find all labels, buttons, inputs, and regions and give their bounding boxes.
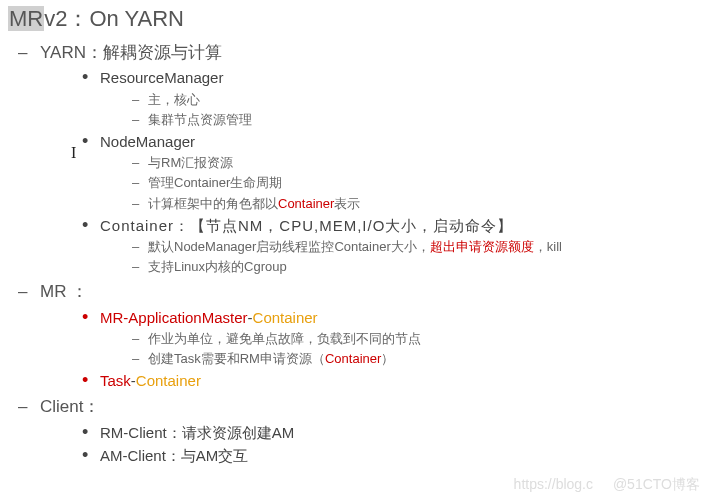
- section-client: Client： RM-Client：请求资源创建AM AM-Client：与AM…: [18, 394, 704, 467]
- appmaster-sub1: 作业为单位，避免单点故障，负载到不同的节点: [126, 329, 704, 349]
- section-mr: MR ： MR-ApplicationMaster-Container 作业为单…: [18, 279, 704, 392]
- container-sub1: 默认NodeManager启动线程监控Container大小，超出申请资源额度，…: [126, 237, 704, 257]
- task-orange: Container: [136, 372, 201, 389]
- task-red: Task: [100, 372, 131, 389]
- rm-sub1: 主，核心: [126, 90, 704, 110]
- appmaster-sublist: 作业为单位，避免单点故障，负载到不同的节点 创建Task需要和RM申请资源（Co…: [126, 329, 704, 369]
- nm-label: NodeManager: [100, 133, 195, 150]
- outline-top: YARN：解耦资源与计算 ResourceManager 主，核心 集群节点资源…: [18, 40, 704, 467]
- item-appmaster: MR-ApplicationMaster-Container 作业为单位，避免单…: [78, 306, 704, 370]
- rm-label: ResourceManager: [100, 69, 223, 86]
- appmaster-orange: Container: [253, 309, 318, 326]
- mr-heading: MR ：: [40, 282, 88, 301]
- nm-sub2: 管理Container生命周期: [126, 173, 704, 193]
- nm-sublist: 与RM汇报资源 管理Container生命周期 计算框架中的角色都以Contai…: [126, 153, 704, 213]
- item-task: Task-Container: [78, 369, 704, 392]
- item-resourcemanager: ResourceManager 主，核心 集群节点资源管理: [78, 66, 704, 130]
- container-sub1-prefix: 默认NodeManager启动线程监控Container大小，: [148, 239, 430, 254]
- nm-sub3-suffix: 表示: [334, 196, 360, 211]
- item-nodemanager: NodeManager 与RM汇报资源 管理Container生命周期 计算框架…: [78, 130, 704, 214]
- document-root: MRv2：On YARN YARN：解耦资源与计算 ResourceManage…: [0, 0, 708, 467]
- appmaster-sub2-suffix: ）: [381, 351, 394, 366]
- yarn-heading: YARN：解耦资源与计算: [40, 43, 222, 62]
- appmaster-red: MR-ApplicationMaster: [100, 309, 248, 326]
- watermark-url: https://blog.c: [514, 474, 593, 496]
- nm-sub3-container: Container: [278, 196, 334, 211]
- yarn-items: ResourceManager 主，核心 集群节点资源管理 NodeManage…: [78, 66, 704, 277]
- item-rmclient: RM-Client：请求资源创建AM: [78, 421, 704, 444]
- container-label: Container：【节点NM，CPU,MEM,I/O大小，启动命令】: [100, 217, 513, 234]
- item-amclient: AM-Client：与AM交互: [78, 444, 704, 467]
- appmaster-sub2-prefix: 创建Task需要和RM申请资源（: [148, 351, 325, 366]
- section-yarn: YARN：解耦资源与计算 ResourceManager 主，核心 集群节点资源…: [18, 40, 704, 277]
- watermark-brand: @51CTO博客: [613, 474, 700, 496]
- nm-sub1: 与RM汇报资源: [126, 153, 704, 173]
- title-highlight: MR: [8, 6, 44, 31]
- client-items: RM-Client：请求资源创建AM AM-Client：与AM交互: [78, 421, 704, 468]
- item-container: Container：【节点NM，CPU,MEM,I/O大小，启动命令】 默认No…: [78, 214, 704, 278]
- page-title: MRv2：On YARN: [8, 2, 704, 36]
- rm-sub2: 集群节点资源管理: [126, 110, 704, 130]
- nm-sub3-prefix: 计算框架中的角色都以: [148, 196, 278, 211]
- container-sub2: 支持Linux内核的Cgroup: [126, 257, 704, 277]
- container-sub1-red: 超出申请资源额度: [430, 239, 534, 254]
- appmaster-sub2: 创建Task需要和RM申请资源（Container）: [126, 349, 704, 369]
- client-heading: Client：: [40, 397, 100, 416]
- container-sublist: 默认NodeManager启动线程监控Container大小，超出申请资源额度，…: [126, 237, 704, 277]
- container-sub1-suffix: ，kill: [534, 239, 562, 254]
- appmaster-sub2-red: Container: [325, 351, 381, 366]
- mr-items: MR-ApplicationMaster-Container 作业为单位，避免单…: [78, 306, 704, 393]
- nm-sub3: 计算框架中的角色都以Container表示: [126, 194, 704, 214]
- title-rest: v2：On YARN: [44, 6, 184, 31]
- rm-sublist: 主，核心 集群节点资源管理: [126, 90, 704, 130]
